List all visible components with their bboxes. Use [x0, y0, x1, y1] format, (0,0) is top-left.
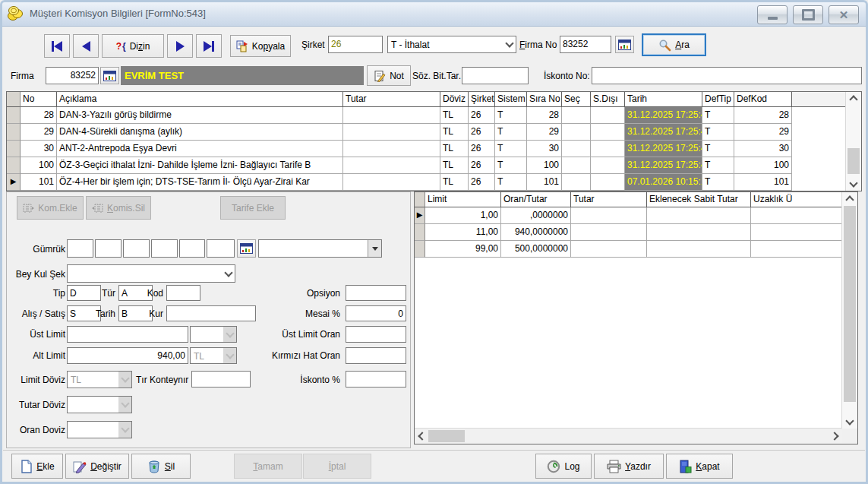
firma-lookup-button[interactable] — [100, 67, 119, 84]
grid-cell[interactable]: 940,0000000 — [501, 224, 571, 241]
grid-cell[interactable]: 26 — [469, 157, 495, 174]
grid-cell[interactable]: TL — [440, 107, 469, 124]
scroll-down-button[interactable] — [842, 416, 857, 429]
grid-cell[interactable] — [591, 124, 625, 141]
main-grid-vscrollbar[interactable] — [845, 92, 861, 191]
gumruk-input-3[interactable] — [123, 239, 150, 258]
grid-cell[interactable]: 28 — [527, 107, 562, 124]
column-header[interactable]: Açıklama — [57, 92, 343, 107]
gumruk-input-5[interactable] — [179, 239, 205, 258]
grid-cell[interactable] — [591, 174, 625, 191]
grid-cell[interactable] — [343, 174, 440, 191]
iskonto-pct-input[interactable] — [346, 371, 406, 388]
grid-cell[interactable] — [562, 157, 591, 174]
gumruk-combobox[interactable] — [258, 239, 382, 258]
grid-cell[interactable] — [562, 107, 591, 124]
grid-cell[interactable]: 101 — [734, 174, 792, 191]
kopyala-button[interactable]: Kopyala — [230, 35, 291, 57]
column-header[interactable]: S.Dışı — [591, 92, 625, 107]
grid-cell[interactable] — [571, 241, 647, 258]
grid-cell[interactable]: 31.12.2025 17:25:47 — [625, 157, 702, 174]
grid-cell[interactable] — [591, 107, 625, 124]
column-header[interactable]: Limit — [425, 192, 501, 207]
grid-cell[interactable] — [343, 107, 440, 124]
grid-cell[interactable]: ÖZ-3-Geçici ithalat İzni- Dahilde İşleme… — [57, 157, 343, 174]
grid-row[interactable]: 99,00500,0000000 — [415, 241, 842, 258]
grid-cell[interactable] — [647, 207, 751, 224]
column-header[interactable]: Eklenecek Sabit Tutar — [647, 192, 751, 207]
nav-last-button[interactable] — [196, 34, 222, 58]
grid-row[interactable]: ▶101ÖZ-4-Her bir işlem için; DTS-TSE-Tar… — [7, 174, 846, 191]
grid-cell[interactable]: 26 — [469, 124, 495, 141]
grid-cell[interactable]: TL — [440, 157, 469, 174]
scroll-left-button[interactable] — [415, 429, 428, 444]
grid-row[interactable]: 11,00940,0000000 — [415, 224, 842, 241]
dizin-button[interactable]: ?{ Dizin — [102, 34, 164, 58]
ust-limit-input[interactable] — [67, 326, 188, 343]
grid-cell[interactable]: T — [702, 107, 734, 124]
grid-cell[interactable] — [343, 157, 440, 174]
gumruk-input-2[interactable] — [95, 239, 122, 258]
grid-cell[interactable]: T — [702, 124, 734, 141]
grid-cell[interactable]: ANT-2-Antrepoda Eşya Devri — [57, 141, 343, 157]
maximize-button[interactable] — [793, 5, 823, 24]
grid-cell[interactable]: 26 — [469, 174, 495, 191]
oran-doviz-combobox[interactable] — [67, 421, 132, 438]
grid-row[interactable]: 29DAN-4-Sürekli danışma (aylık)TL26T2931… — [7, 124, 846, 141]
grid-cell[interactable] — [343, 141, 440, 157]
grid-row[interactable]: 28DAN-3-Yazılı görüş bildirmeTL26T2831.1… — [7, 107, 846, 124]
gumruk-lookup-button[interactable] — [237, 239, 256, 258]
grid-cell[interactable] — [571, 224, 647, 241]
grid-row[interactable]: ▶1,00,0000000 — [415, 207, 842, 224]
gumruk-input-4[interactable] — [151, 239, 178, 258]
type-combobox[interactable]: T - İthalat — [387, 36, 516, 53]
yazdir-button[interactable]: Yazdır — [594, 454, 664, 479]
grid-cell[interactable]: TL — [440, 141, 469, 157]
nav-first-button[interactable] — [44, 34, 70, 58]
grid-cell[interactable] — [591, 157, 625, 174]
grid-cell[interactable]: ,0000000 — [501, 207, 571, 224]
gumruk-input-1[interactable] — [67, 239, 93, 258]
opsiyon-input[interactable] — [346, 285, 406, 301]
column-header[interactable]: Uzaklık Ü — [751, 192, 842, 207]
scroll-down-button[interactable] — [846, 178, 861, 191]
log-button[interactable]: Log — [535, 454, 592, 479]
chevron-down-icon[interactable] — [503, 36, 516, 52]
limit-grid-hscrollbar[interactable] — [415, 428, 842, 444]
scroll-up-button[interactable] — [842, 192, 857, 205]
grid-cell[interactable]: 30 — [21, 141, 57, 157]
ust-limit-oran-input[interactable] — [346, 326, 406, 343]
grid-row[interactable]: 100ÖZ-3-Geçici ithalat İzni- Dahilde İşl… — [7, 157, 846, 174]
tarife-ekle-button[interactable]: Tarife Ekle — [220, 196, 286, 220]
alt-limit-currency-combobox[interactable]: TL — [190, 347, 237, 364]
grid-cell[interactable]: TL — [440, 174, 469, 191]
column-header[interactable]: Tarih — [625, 92, 702, 107]
column-header[interactable]: No — [21, 92, 57, 107]
grid-cell[interactable]: 101 — [21, 174, 57, 191]
kirmizi-hat-oran-input[interactable] — [346, 347, 406, 364]
grid-cell[interactable]: 31.12.2025 17:25:47 — [625, 124, 702, 141]
grid-cell[interactable] — [647, 241, 751, 258]
grid-cell[interactable]: 26 — [469, 141, 495, 157]
kur-input[interactable] — [166, 305, 256, 321]
firma-code-input[interactable]: 83252 — [46, 67, 99, 84]
grid-cell[interactable]: T — [702, 141, 734, 157]
gumruk-input-6[interactable] — [207, 239, 235, 258]
alt-limit-input[interactable]: 940,00 — [67, 347, 188, 364]
grid-cell[interactable]: 100 — [734, 157, 792, 174]
grid-cell[interactable]: T — [495, 124, 527, 141]
degistir-button[interactable]: Değiştir — [65, 454, 129, 479]
grid-cell[interactable]: 28 — [734, 107, 792, 124]
grid-cell[interactable]: T — [495, 141, 527, 157]
grid-cell[interactable]: T — [702, 157, 734, 174]
scroll-up-button[interactable] — [846, 92, 861, 105]
titlebar[interactable]: Müşteri Komisyon Bilgileri [FormNo:543] … — [0, 0, 868, 27]
grid-cell[interactable]: 99,00 — [425, 241, 501, 258]
grid-cell[interactable] — [591, 141, 625, 157]
not-button[interactable]: Not — [367, 65, 411, 86]
grid-cell[interactable]: 31.12.2025 17:25:47 — [625, 141, 702, 157]
ust-limit-currency-combobox[interactable] — [190, 326, 237, 343]
grid-cell[interactable]: 101 — [527, 174, 562, 191]
scroll-thumb[interactable] — [847, 148, 860, 174]
kapat-button[interactable]: Kapat — [666, 454, 733, 479]
